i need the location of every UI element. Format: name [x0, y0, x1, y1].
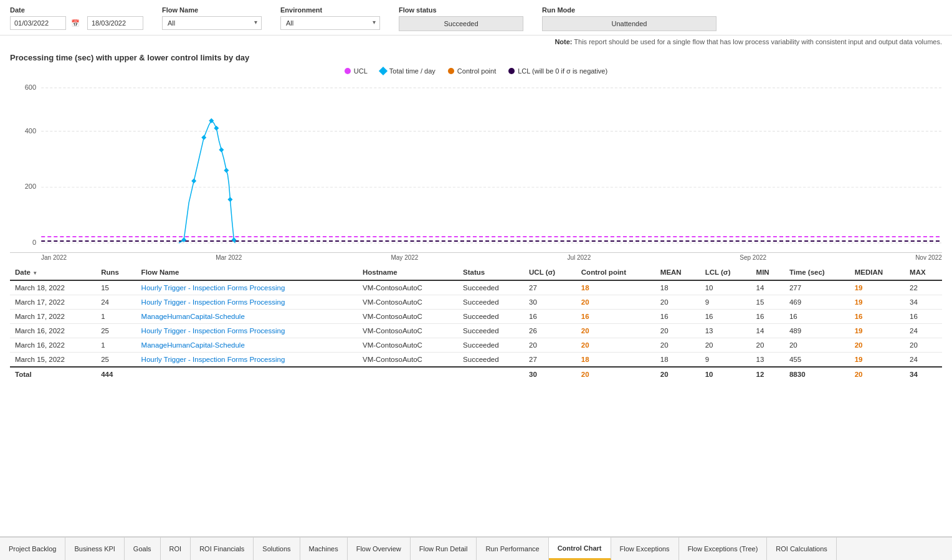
col-header-time-sec[interactable]: Time (sec): [784, 265, 850, 280]
table-row: March 18, 2022 15 Hourly Trigger - Inspe…: [10, 280, 942, 295]
cell-mean: 18: [655, 280, 700, 295]
cell-control-point: 18: [576, 353, 655, 368]
svg-text:400: 400: [25, 127, 36, 135]
svg-marker-17: [227, 197, 232, 202]
cell-hostname: VM-ContosoAutoC: [358, 295, 458, 310]
cell-status: Succeeded: [458, 353, 524, 368]
table-wrapper: Date ▼ Runs Flow Name Hostname Status UC…: [10, 265, 942, 381]
run-mode-button[interactable]: Unattended: [542, 16, 716, 31]
cell-runs: 1: [96, 310, 136, 324]
cell-hostname: VM-ContosoAutoC: [358, 324, 458, 338]
tab-flow-exceptions-tree[interactable]: Flow Exceptions (Tree): [679, 538, 768, 560]
cell-max: 24: [905, 324, 942, 338]
chart-legend: UCL Total time / day Control point LCL (…: [10, 67, 942, 75]
note-bar: Note: This report should be used for a s…: [0, 36, 952, 48]
svg-marker-11: [191, 178, 196, 183]
col-header-hostname[interactable]: Hostname: [358, 265, 458, 280]
cell-median: 16: [850, 310, 905, 324]
cell-flow-name[interactable]: Hourly Trigger - Inspection Forms Proces…: [136, 324, 358, 338]
total-ucl: 30: [524, 367, 576, 381]
tab-business-kpi[interactable]: Business KPI: [65, 538, 124, 560]
flow-name-select[interactable]: All: [162, 16, 262, 30]
tab-roi[interactable]: ROI: [161, 538, 191, 560]
cell-flow-name[interactable]: ManageHumanCapital-Schedule: [136, 310, 358, 324]
cell-flow-name[interactable]: Hourly Trigger - Inspection Forms Proces…: [136, 353, 358, 368]
col-header-lcl[interactable]: LCL (σ): [700, 265, 751, 280]
control-point-legend-dot: [448, 68, 454, 74]
cell-control-point: 20: [576, 324, 655, 338]
cell-flow-name[interactable]: Hourly Trigger - Inspection Forms Proces…: [136, 295, 358, 310]
control-point-legend-label: Control point: [457, 67, 496, 75]
cell-status: Succeeded: [458, 310, 524, 324]
col-header-runs[interactable]: Runs: [96, 265, 136, 280]
tab-control-chart[interactable]: Control Chart: [549, 538, 611, 560]
col-header-median[interactable]: MEDIAN: [850, 265, 905, 280]
tab-machines[interactable]: Machines: [300, 538, 348, 560]
flow-status-filter-label: Flow status: [399, 6, 523, 14]
table-row: March 17, 2022 1 ManageHumanCapital-Sche…: [10, 310, 942, 324]
cell-mean: 18: [655, 353, 700, 368]
col-header-mean[interactable]: MEAN: [655, 265, 700, 280]
tab-flow-run-detail[interactable]: Flow Run Detail: [411, 538, 477, 560]
cell-max: 16: [905, 310, 942, 324]
chart-container: 600 400 200 0: [10, 78, 942, 253]
environment-select[interactable]: All: [280, 16, 380, 30]
total-runs: 444: [96, 367, 136, 381]
note-text: This report should be used for a single …: [574, 38, 942, 45]
cell-runs: 1: [96, 338, 136, 353]
total-hostname: [358, 367, 458, 381]
flow-status-button[interactable]: Succeeded: [399, 16, 523, 31]
tab-solutions[interactable]: Solutions: [254, 538, 300, 560]
cell-date: March 17, 2022: [10, 310, 96, 324]
col-header-control-point[interactable]: Control point: [576, 265, 655, 280]
tab-project-backlog[interactable]: Project Backlog: [0, 538, 65, 560]
date-to-input[interactable]: [87, 16, 143, 30]
cell-status: Succeeded: [458, 324, 524, 338]
cell-time-sec: 20: [784, 338, 850, 353]
total-flow-name: [136, 367, 358, 381]
cell-flow-name[interactable]: Hourly Trigger - Inspection Forms Proces…: [136, 280, 358, 295]
col-header-date[interactable]: Date ▼: [10, 265, 96, 280]
cell-runs: 25: [96, 353, 136, 368]
svg-marker-14: [214, 126, 219, 131]
tab-roi-calculations[interactable]: ROI Calculations: [767, 538, 837, 560]
tab-goals[interactable]: Goals: [125, 538, 161, 560]
date-from-input[interactable]: [10, 16, 66, 30]
date-filter-label: Date: [10, 6, 143, 14]
environment-filter-label: Environment: [280, 6, 380, 14]
total-label: Total: [10, 367, 96, 381]
cell-mean: 16: [655, 310, 700, 324]
tab-flow-overview[interactable]: Flow Overview: [348, 538, 411, 560]
cell-min: 13: [751, 353, 784, 368]
col-header-status[interactable]: Status: [458, 265, 524, 280]
table-row: March 15, 2022 25 Hourly Trigger - Inspe…: [10, 353, 942, 368]
cell-flow-name[interactable]: ManageHumanCapital-Schedule: [136, 338, 358, 353]
cell-min: 14: [751, 280, 784, 295]
cell-time-sec: 277: [784, 280, 850, 295]
cell-median: 19: [850, 280, 905, 295]
cell-date: March 16, 2022: [10, 324, 96, 338]
tab-run-performance[interactable]: Run Performance: [477, 538, 548, 560]
total-min: 12: [751, 367, 784, 381]
svg-marker-16: [224, 168, 229, 173]
cell-min: 20: [751, 338, 784, 353]
chart-title: Processing time (sec) with upper & lower…: [10, 53, 942, 62]
cell-max: 20: [905, 338, 942, 353]
x-label-may: May 2022: [391, 254, 418, 261]
total-time-legend-diamond: [379, 67, 388, 75]
col-header-flow-name[interactable]: Flow Name: [136, 265, 358, 280]
tab-flow-exceptions[interactable]: Flow Exceptions: [611, 538, 679, 560]
col-header-min[interactable]: MIN: [751, 265, 784, 280]
cell-min: 16: [751, 310, 784, 324]
tab-bar: Project BacklogBusiness KPIGoalsROIROI F…: [0, 536, 952, 560]
legend-total-time: Total time / day: [380, 67, 436, 75]
col-header-ucl[interactable]: UCL (σ): [524, 265, 576, 280]
cell-ucl: 30: [524, 295, 576, 310]
svg-text:200: 200: [25, 183, 36, 190]
col-header-max[interactable]: MAX: [905, 265, 942, 280]
calendar-icon[interactable]: 📅: [71, 19, 80, 27]
cell-date: March 17, 2022: [10, 295, 96, 310]
total-median: 20: [850, 367, 905, 381]
tab-roi-financials[interactable]: ROI Financials: [191, 538, 254, 560]
chart-section: Processing time (sec) with upper & lower…: [0, 48, 952, 262]
